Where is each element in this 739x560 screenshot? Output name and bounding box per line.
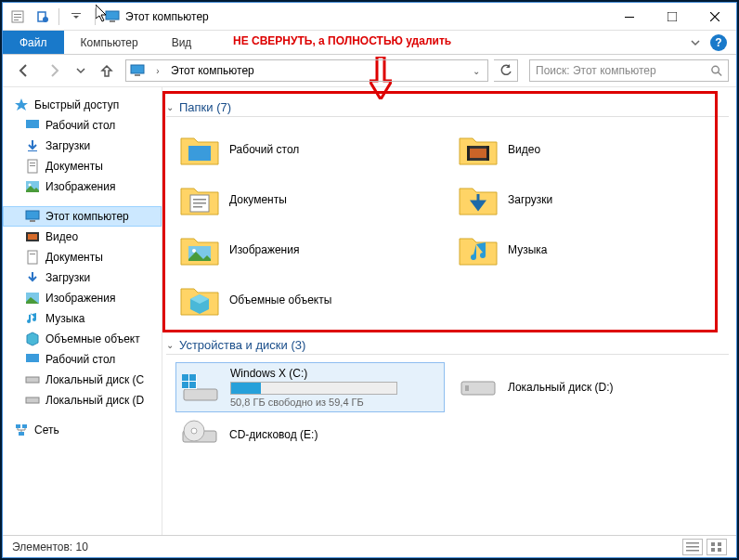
folder-desktop-icon [179,131,220,168]
download-icon [25,138,40,153]
drive-label: CD-дисковод (E:) [229,428,318,441]
sidebar-item-documents[interactable]: Документы [3,156,162,176]
document-icon [25,250,40,265]
maximize-button[interactable] [651,3,694,31]
folder-3dobjects[interactable]: Объемные объекты [175,277,445,323]
svg-rect-42 [193,206,202,208]
folder-downloads[interactable]: Загрузки [454,176,723,223]
svg-rect-47 [182,374,188,381]
folder-documents[interactable]: Документы [175,176,445,223]
view-icons-button[interactable] [707,539,727,555]
group-header-folders[interactable]: ⌄ Папки (7) [166,100,729,117]
qat-properties-button[interactable] [6,7,29,27]
nav-back-button[interactable] [10,59,36,83]
close-button[interactable] [694,3,736,31]
sidebar-this-pc[interactable]: Этот компьютер [3,206,162,227]
svg-rect-8 [110,20,115,22]
window-title: Этот компьютер [125,10,209,23]
qat-newfolder-button[interactable] [31,7,53,27]
folder-music-icon [458,231,499,268]
search-input[interactable] [536,64,710,77]
view-details-button[interactable] [682,539,703,555]
nav-history-button[interactable] [73,59,88,83]
this-pc-icon [25,209,40,224]
qat-dropdown-button[interactable] [65,7,87,27]
sidebar-label: Рабочий стол [45,353,115,366]
drive-c[interactable]: Windows X (C:) 50,8 ГБ свободно из 59,4 … [175,362,445,412]
tab-file[interactable]: Файл [3,31,64,54]
address-bar[interactable]: › Этот компьютер ⌄ [125,59,488,82]
folder-video-icon [458,131,499,168]
sidebar-item-disk-c[interactable]: Локальный диск (C [3,370,162,390]
svg-rect-33 [19,432,24,436]
sidebar-quick-access[interactable]: Быстрый доступ [3,95,162,115]
folder-label: Загрузки [508,193,552,206]
sidebar-item-downloads2[interactable]: Загрузки [3,267,162,288]
svg-rect-15 [28,150,37,151]
svg-rect-11 [131,65,144,73]
sidebar-item-documents2[interactable]: Документы [3,247,162,267]
drive-os-icon [180,369,221,406]
sidebar-label: Документы [45,251,103,264]
svg-rect-37 [467,146,470,161]
sidebar-label: Музыка [45,312,84,325]
svg-rect-17 [30,163,35,163]
sidebar-label: Видео [45,230,78,243]
sidebar-item-videos[interactable]: Видео [3,227,162,247]
folder-download-icon [458,181,499,218]
sidebar-item-disk-d[interactable]: Локальный диск (D [3,390,162,410]
tab-computer[interactable]: Компьютер [64,31,155,54]
svg-rect-3 [14,20,19,20]
status-bar: Элементов: 10 [3,535,736,557]
drive-icon [25,393,40,408]
sidebar: Быстрый доступ Рабочий стол Загрузки Док… [3,87,162,535]
ribbon: Файл Компьютер Вид ? [3,31,736,55]
nav-forward-button[interactable] [42,59,68,83]
status-count: Элементов: 10 [12,540,88,553]
folder-pictures[interactable]: Изображения [175,227,445,273]
drive-icon [25,372,40,387]
drive-label: Windows X (C:) [230,367,397,380]
download-icon [25,270,40,285]
sidebar-item-pictures[interactable]: Изображения [3,176,162,197]
drive-e[interactable]: CD-дисковод (E:) [175,412,445,457]
tab-view[interactable]: Вид [155,31,209,54]
drive-subtext: 50,8 ГБ свободно из 59,4 ГБ [230,397,397,408]
svg-rect-30 [26,397,39,403]
svg-rect-56 [686,542,699,544]
expand-ribbon-icon[interactable] [690,37,701,48]
sidebar-item-pictures2[interactable]: Изображения [3,288,162,308]
search-box[interactable] [529,59,729,82]
sidebar-item-downloads[interactable]: Загрузки [3,136,162,156]
sidebar-network[interactable]: Сеть [3,420,162,440]
svg-rect-1 [14,14,21,15]
picture-icon [25,291,40,306]
folders-grid: Рабочий стол Видео Документы Загрузки Из… [166,124,729,331]
sidebar-item-music[interactable]: Музыка [3,308,162,329]
drive-usage-bar [230,382,397,395]
sidebar-item-desktop2[interactable]: Рабочий стол [3,349,162,370]
folder-desktop[interactable]: Рабочий стол [175,126,445,173]
svg-rect-6 [71,13,81,14]
svg-rect-26 [30,254,35,254]
svg-rect-32 [22,424,27,428]
drive-d[interactable]: Локальный диск (D:) [454,362,723,412]
svg-rect-25 [28,251,37,264]
sidebar-item-desktop[interactable]: Рабочий стол [3,115,162,136]
svg-rect-36 [470,149,486,158]
folder-videos[interactable]: Видео [454,126,723,173]
svg-point-44 [192,249,196,253]
drives-grid: Windows X (C:) 50,8 ГБ свободно из 59,4 … [166,362,729,464]
minimize-button[interactable] [608,3,651,31]
chevron-right-icon[interactable]: › [150,66,165,76]
folder-label: Документы [229,193,287,206]
svg-rect-58 [686,550,699,552]
svg-rect-29 [26,377,39,383]
folder-music[interactable]: Музыка [454,227,723,273]
nav-up-button[interactable] [94,59,120,83]
sidebar-item-3dobjects[interactable]: Объемные объект [3,329,162,349]
help-button[interactable]: ? [710,34,727,51]
refresh-button[interactable] [494,59,518,82]
address-dropdown[interactable]: ⌄ [469,66,484,76]
group-header-drives[interactable]: ⌄ Устройства и диски (3) [166,338,729,355]
